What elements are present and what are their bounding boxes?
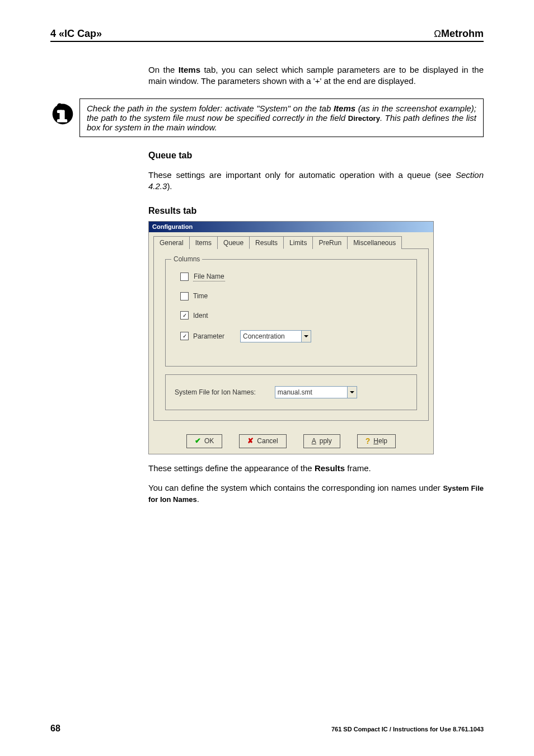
tab-queue[interactable]: Queue [217,236,250,249]
ident-checkbox[interactable]: ✓ [180,311,189,320]
time-label: Time [193,292,208,300]
parameter-combo-button[interactable] [301,331,311,342]
tab-limits[interactable]: Limits [283,236,313,249]
brand-logo: ΩMetrohm [434,28,484,40]
body-content: On the Items tab, you can select which s… [148,64,484,87]
columns-legend: Columns [171,255,202,264]
tab-results[interactable]: Results [249,236,284,249]
queue-heading: Queue tab [148,149,484,162]
items-paragraph: On the Items tab, you can select which s… [148,64,484,87]
parameter-combo-input[interactable] [241,331,301,342]
brand-name: Metrohm [441,28,484,39]
chevron-down-icon [350,391,354,393]
page-number: 68 [50,724,60,734]
time-row: Time [180,292,407,300]
page-header: 4 «IC Cap» ΩMetrohm [50,28,484,42]
parameter-combo[interactable] [240,330,311,342]
svg-rect-3 [57,110,62,113]
x-icon: ✘ [247,436,254,446]
dialog-tabs: General Items Queue Results Limits PreRu… [149,232,433,248]
ident-row: ✓ Ident [180,311,407,320]
svg-point-1 [57,103,62,108]
queue-paragraph: These settings are important only for au… [148,170,484,192]
results-heading: Results tab [148,205,484,217]
results-desc-1: These settings define the appearance of … [148,463,484,474]
tab-prerun[interactable]: PreRun [312,236,348,249]
sysfile-combo[interactable] [275,386,357,398]
sysfile-label: System File for Ion Names: [175,388,256,397]
parameter-label: Parameter [193,332,224,341]
parameter-checkbox[interactable]: ✓ [180,332,189,340]
results-panel: Columns File Name Time ✓ Ident ✓ [153,248,429,421]
omega-icon: Ω [434,29,441,39]
parameter-row: ✓ Parameter [180,330,407,342]
sysfile-fieldset: System File for Ion Names: [165,374,417,410]
tab-miscellaneous[interactable]: Miscellaneous [347,236,402,249]
info-note-row: Check the path in the system folder: act… [50,98,484,137]
filename-checkbox[interactable] [180,273,189,281]
results-desc-2: You can define the system which contains… [148,482,484,505]
question-icon: ? [366,436,371,447]
dialog-titlebar: Configuration [149,222,433,232]
apply-label-u: A [312,436,316,445]
header-section: 4 «IC Cap» [50,28,102,40]
cancel-button[interactable]: ✘Cancel [239,434,286,448]
footer-doc-id: 761 SD Compact IC / Instructions for Use… [331,726,484,732]
ident-label: Ident [193,311,208,320]
filename-label: File Name [193,272,225,281]
sysfile-combo-input[interactable] [275,387,347,398]
sysfile-combo-button[interactable] [347,387,357,398]
config-dialog: Configuration General Items Queue Result… [148,221,434,454]
page-footer: 68 761 SD Compact IC / Instructions for … [50,724,484,734]
tab-general[interactable]: General [153,236,190,249]
page: 4 «IC Cap» ΩMetrohm On the Items tab, yo… [0,0,534,756]
body-content-2: Queue tab These settings are important o… [148,149,484,505]
ok-button[interactable]: ✔OK [186,434,222,448]
filename-row: File Name [180,272,407,281]
apply-button[interactable]: Apply [303,434,340,448]
info-icon [50,101,75,125]
help-button[interactable]: ?Help [357,434,396,448]
svg-rect-4 [57,119,67,123]
dialog-button-row: ✔OK ✘Cancel Apply ?Help [149,425,433,454]
time-checkbox[interactable] [180,292,189,300]
chevron-down-icon [304,335,308,337]
tab-items[interactable]: Items [189,236,218,249]
info-note-box: Check the path in the system folder: act… [79,98,484,137]
check-icon: ✔ [195,436,201,446]
columns-fieldset: Columns File Name Time ✓ Ident ✓ [165,259,417,367]
